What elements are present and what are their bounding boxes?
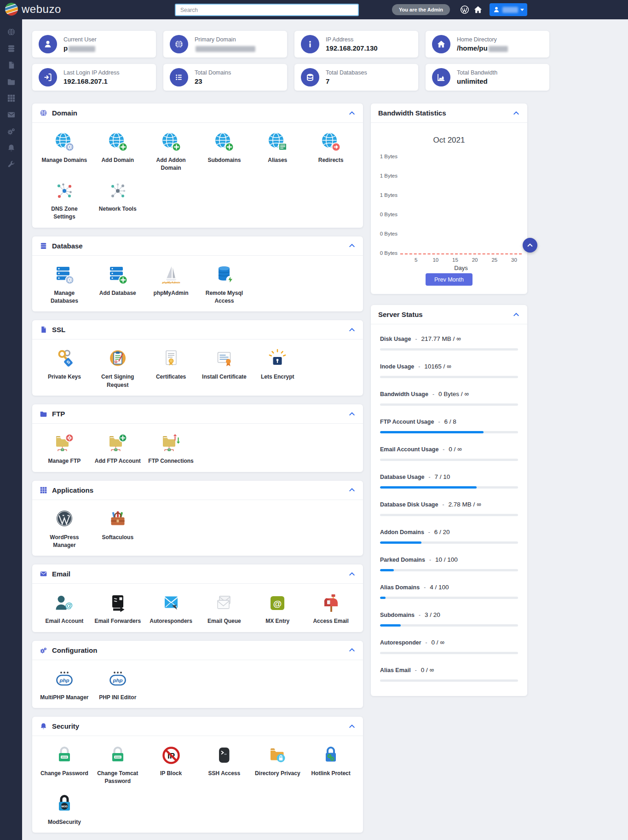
tile-certificates[interactable]: Certificates xyxy=(144,348,198,389)
status-row-email-account-usage: Email Account Usage-0 / ∞ xyxy=(380,446,518,461)
db-plus-icon xyxy=(107,264,129,286)
sidebar-bell-icon[interactable] xyxy=(0,139,22,156)
wordpress-icon xyxy=(53,508,75,530)
tile-network-tools[interactable]: Network Tools xyxy=(91,180,144,221)
tile-redirects[interactable]: Redirects xyxy=(304,131,357,173)
chevron-up-icon[interactable] xyxy=(513,311,520,318)
webuzo-logo[interactable]: webuzo xyxy=(5,2,61,16)
chevron-up-icon[interactable] xyxy=(348,326,356,334)
side-column: Bandwidth Statistics Oct 2021 1 Bytes1 B… xyxy=(371,104,527,707)
tile-directory-privacy[interactable]: Directory Privacy xyxy=(251,744,304,786)
tile-email-account[interactable]: @Email Account xyxy=(38,592,91,625)
status-value: 0 Bytes / ∞ xyxy=(438,391,469,397)
tile-subdomains[interactable]: Subdomains xyxy=(198,131,251,173)
tile-mx-entry[interactable]: @MX Entry xyxy=(251,592,304,625)
chevron-up-icon[interactable] xyxy=(348,242,356,249)
bandwidth-panel: Bandwidth Statistics Oct 2021 1 Bytes1 B… xyxy=(371,104,527,294)
tile-manage-ftp[interactable]: Manage FTP xyxy=(38,432,91,465)
tile-lets-encrypt[interactable]: Lets Encrypt xyxy=(251,348,304,389)
chevron-up-icon[interactable] xyxy=(513,109,520,117)
tile-label: Add Addon Domain xyxy=(146,156,196,173)
sidebar-globe-icon[interactable] xyxy=(0,23,22,40)
wordpress-icon[interactable] xyxy=(460,5,469,14)
status-line: Database Disk Usage-2.78 MB / ∞ xyxy=(380,501,518,508)
sidebar-mail-icon[interactable] xyxy=(0,106,22,123)
chevron-up-icon[interactable] xyxy=(348,646,356,654)
php-icon: php xyxy=(107,668,129,690)
tile-label: DNS Zone Settings xyxy=(40,205,89,221)
tile-dns-zone-settings[interactable]: DNS Zone Settings xyxy=(38,180,91,221)
tile-add-domain[interactable]: Add Domain xyxy=(91,131,144,173)
section-ssl: SSLSPrivate KeysCert Signing RequestCert… xyxy=(32,320,363,396)
tile-autoresponders[interactable]: Autoresponders xyxy=(144,592,198,625)
softaculous-icon xyxy=(107,508,129,530)
search-input[interactable] xyxy=(175,4,359,16)
tile-modsecurity[interactable]: MODModSecurity xyxy=(38,793,91,826)
tile-private-keys[interactable]: SPrivate Keys xyxy=(38,348,91,389)
sidebar-gears-icon[interactable] xyxy=(0,123,22,139)
globe-icon xyxy=(170,35,188,53)
dash-separator: - xyxy=(438,419,440,425)
user-menu-button[interactable] xyxy=(490,3,527,16)
tile-add-addon-domain[interactable]: Add Addon Domain xyxy=(144,131,198,173)
tile-change-tomcat-password[interactable]: Change Tomcat Password xyxy=(91,744,144,786)
prev-month-button[interactable]: Prev Month xyxy=(426,273,472,286)
tile-ftp-connections[interactable]: FTP Connections xyxy=(144,432,198,465)
tile-ip-block[interactable]: IPIP Block xyxy=(144,744,198,786)
chevron-up-icon[interactable] xyxy=(348,109,356,117)
card-total-domains: Total Domains 23 xyxy=(163,64,287,91)
scroll-to-top-button[interactable] xyxy=(523,238,537,253)
tile-label: Remote Mysql Access xyxy=(200,289,249,305)
panel-header: Server Status xyxy=(371,305,527,324)
tile-manage-databases[interactable]: Manage Databases xyxy=(38,264,91,305)
tile-remote-mysql-access[interactable]: Remote Mysql Access xyxy=(198,264,251,305)
chevron-up-icon[interactable] xyxy=(348,486,356,494)
status-progress-bar xyxy=(380,403,518,406)
tile-softaculous[interactable]: Softaculous xyxy=(91,508,144,550)
status-value: 0 / ∞ xyxy=(432,639,444,646)
tile-wordpress-manager[interactable]: WordPress Manager xyxy=(38,508,91,550)
tile-label: Directory Privacy xyxy=(253,770,302,777)
chevron-up-icon[interactable] xyxy=(348,723,356,730)
sidebar-folder-icon[interactable] xyxy=(0,73,22,90)
folder-gear-icon xyxy=(53,432,75,454)
tile-ssh-access[interactable]: SSH Access xyxy=(198,744,251,786)
tile-cert-signing-request[interactable]: Cert Signing Request xyxy=(91,348,144,389)
card-title: Total Domains xyxy=(195,69,231,76)
tile-add-database[interactable]: Add Database xyxy=(91,264,144,305)
tile-add-ftp-account[interactable]: Add FTP Account xyxy=(91,432,144,465)
tile-label: Hotlink Protect xyxy=(306,770,356,777)
tile-php-ini-editor[interactable]: phpPHP INI Editor xyxy=(91,668,144,702)
home-icon[interactable] xyxy=(473,5,483,14)
tile-email-queue[interactable]: Email Queue xyxy=(198,592,251,625)
webuzo-dashboard: webuzo You are the Admin Current User p … xyxy=(0,0,628,840)
status-line: Bandwidth Usage-0 Bytes / ∞ xyxy=(380,391,518,397)
admin-badge[interactable]: You are the Admin xyxy=(392,4,450,15)
tile-multiphp-manager[interactable]: phpMultiPHP Manager xyxy=(38,668,91,702)
tile-install-certificate[interactable]: Install Certificate xyxy=(198,348,251,389)
status-row-subdomains: Subdomains-3 / 20 xyxy=(380,611,518,627)
tile-email-forwarders[interactable]: Email Forwarders xyxy=(91,592,144,625)
card-title: Home Directory xyxy=(457,36,508,43)
tile-manage-domains[interactable]: Manage Domains xyxy=(38,131,91,173)
tile-access-email[interactable]: Access Email xyxy=(304,592,357,625)
tile-aliases[interactable]: Aliases xyxy=(251,131,304,173)
status-label: Inode Usage xyxy=(380,363,414,370)
server-status-panel: Server Status Disk Usage-217.77 MB / ∞In… xyxy=(371,305,527,696)
card-title: IP Address xyxy=(326,36,378,43)
chevron-up-icon[interactable] xyxy=(348,570,356,578)
chevron-up-icon[interactable] xyxy=(348,410,356,418)
sidebar-grid-icon[interactable] xyxy=(0,90,22,106)
globe-plus-icon xyxy=(160,131,182,153)
tile-change-password[interactable]: Change Password xyxy=(38,744,91,786)
sidebar-wrench-icon[interactable] xyxy=(0,156,22,173)
sidebar-file-icon[interactable] xyxy=(0,57,22,73)
tile-hotlink-protect[interactable]: Hotlink Protect xyxy=(304,744,357,786)
status-value: 0 / ∞ xyxy=(421,667,434,673)
bell-icon xyxy=(40,722,47,730)
chart-y-tick-label: 0 Bytes xyxy=(372,231,398,236)
dns-nodes-icon xyxy=(53,180,75,202)
status-value: 6 / 20 xyxy=(434,529,450,535)
sidebar-database-icon[interactable] xyxy=(0,40,22,57)
tile-phpmyadmin[interactable]: phpMyAdminphpMyAdmin xyxy=(144,264,198,305)
